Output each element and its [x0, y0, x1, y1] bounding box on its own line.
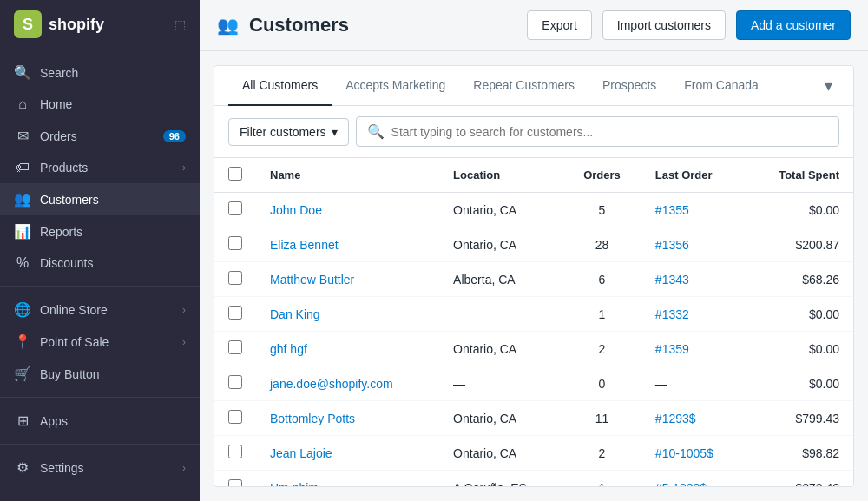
customer-name-link[interactable]: jane.doe@shopify.com — [270, 377, 393, 391]
tab-marketing[interactable]: Accepts Marketing — [332, 66, 459, 106]
customer-name-link[interactable]: Hm nhjm — [270, 481, 319, 488]
customer-location-cell: Ontario, CA — [439, 332, 562, 366]
customer-location-cell: Ontario, CA — [439, 401, 562, 436]
row-checkbox-2[interactable] — [228, 271, 242, 285]
row-checkbox-6[interactable] — [228, 410, 242, 424]
customer-last-order-cell: #1293$ — [641, 401, 746, 436]
filter-customers-button[interactable]: Filter customers ▾ — [228, 118, 349, 146]
customer-orders-cell: 0 — [562, 366, 641, 401]
customer-location-cell: Ontario, CA — [439, 193, 562, 227]
row-checkbox-7[interactable] — [228, 445, 242, 458]
row-checkbox-3[interactable] — [228, 306, 242, 320]
select-all-col — [214, 158, 256, 193]
sidebar-item-orders[interactable]: ✉Orders96 — [0, 120, 200, 152]
sidebar-item-buy-button[interactable]: 🛒Buy Button — [0, 358, 200, 390]
row-checkbox-cell — [214, 436, 256, 471]
customer-search-input[interactable] — [391, 125, 828, 139]
customer-name-link[interactable]: John Doe — [270, 203, 322, 217]
last-order-link[interactable]: #1356 — [655, 238, 689, 252]
home-icon: ⌂ — [14, 96, 31, 112]
import-customers-button[interactable]: Import customers — [602, 10, 726, 40]
customer-name-cell: jane.doe@shopify.com — [256, 366, 439, 401]
products-icon: 🏷 — [14, 160, 31, 175]
row-checkbox-0[interactable] — [228, 201, 242, 215]
sidebar-logo-text: shopify — [49, 16, 104, 34]
tab-all[interactable]: All Customers — [228, 66, 332, 106]
sidebar-item-apps[interactable]: ⊞Apps — [0, 405, 200, 437]
row-checkbox-5[interactable] — [228, 375, 242, 389]
tabs-more-button[interactable]: ▾ — [818, 68, 839, 104]
sidebar-item-products[interactable]: 🏷Products› — [0, 152, 200, 183]
sidebar-item-label-discounts: Discounts — [40, 256, 186, 270]
last-order-link[interactable]: #1359 — [655, 342, 689, 356]
last-order-link[interactable]: #1293$ — [655, 412, 696, 425]
sidebar-item-discounts[interactable]: %Discounts — [0, 247, 200, 279]
last-order-link[interactable]: #1343 — [655, 273, 689, 287]
online-store-icon: 🌐 — [14, 301, 31, 318]
customer-name-link[interactable]: ghf hgf — [270, 342, 307, 356]
sidebar-item-point-of-sale[interactable]: 📍Point of Sale› — [0, 326, 200, 358]
sidebar-logo: S shopify ⬚ — [0, 0, 200, 49]
customer-total-spent-cell: $0.00 — [746, 193, 853, 227]
last-order-link[interactable]: #10-1005$ — [655, 446, 713, 460]
sidebar-item-label-products: Products — [40, 161, 174, 175]
table-header: Name Location Orders Last Order Total Sp… — [214, 158, 853, 193]
customer-location-cell: — — [439, 366, 562, 401]
customer-name-link[interactable]: Dan King — [270, 307, 320, 321]
customer-name-link[interactable]: Matthew Buttler — [270, 273, 354, 287]
reports-icon: 📊 — [14, 223, 31, 240]
customer-name-cell: ghf hgf — [256, 332, 439, 366]
search-icon: 🔍 — [14, 64, 31, 81]
page-title: Customers — [249, 14, 516, 36]
table-row: Eliza BennetOntario, CA28#1356$200.87 — [214, 227, 853, 262]
sidebar-item-customers[interactable]: 👥Customers — [0, 183, 200, 215]
table-row: Bottomley PottsOntario, CA11#1293$$799.4… — [214, 401, 853, 436]
select-all-checkbox[interactable] — [228, 167, 242, 181]
last-order-link[interactable]: #5-1028$ — [655, 481, 707, 488]
customer-name-link[interactable]: Eliza Bennet — [270, 238, 339, 252]
customer-name-link[interactable]: Bottomley Potts — [270, 412, 355, 425]
row-checkbox-4[interactable] — [228, 340, 242, 354]
sidebar-item-settings[interactable]: ⚙Settings› — [0, 452, 200, 484]
sidebar-item-search[interactable]: 🔍Search — [0, 56, 200, 89]
customer-location-cell: Alberta, CA — [439, 262, 562, 297]
customer-location-cell: A Coruña, ES — [439, 471, 562, 488]
name-col-header: Name — [256, 158, 439, 193]
row-checkbox-cell — [214, 401, 256, 436]
customer-last-order-cell: #1356 — [641, 227, 746, 262]
customer-orders-cell: 28 — [562, 227, 641, 262]
last-order-col-header: Last Order — [641, 158, 746, 193]
row-checkbox-8[interactable] — [228, 479, 242, 487]
table-row: ghf hgfOntario, CA2#1359$0.00 — [214, 332, 853, 366]
sidebar-item-label-point-of-sale: Point of Sale — [40, 335, 174, 349]
last-order-link[interactable]: #1332 — [655, 307, 689, 321]
customer-name-link[interactable]: Jean Lajoie — [270, 446, 332, 460]
customers-card: All CustomersAccepts MarketingRepeat Cus… — [214, 65, 854, 487]
customer-name-cell: John Doe — [256, 193, 439, 227]
row-checkbox-cell — [214, 471, 256, 488]
customer-orders-cell: 2 — [562, 332, 641, 366]
apps-icon: ⊞ — [14, 412, 31, 429]
sidebar-item-label-apps: Apps — [40, 414, 186, 428]
last-order-link[interactable]: #1355 — [655, 203, 689, 217]
table-row: Matthew ButtlerAlberta, CA6#1343$68.26 — [214, 262, 853, 297]
sidebar-item-reports[interactable]: 📊Reports — [0, 215, 200, 247]
tab-prospects[interactable]: Prospects — [589, 66, 670, 106]
add-customer-button[interactable]: Add a customer — [736, 10, 851, 40]
point-of-sale-icon: 📍 — [14, 333, 31, 350]
tab-canada[interactable]: From Canada — [670, 66, 773, 106]
external-link-icon[interactable]: ⬚ — [174, 17, 186, 31]
customer-total-spent-cell: $272.40 — [746, 471, 853, 488]
sidebar-item-home[interactable]: ⌂Home — [0, 89, 200, 120]
sidebar-item-label-buy-button: Buy Button — [40, 367, 186, 381]
row-checkbox-1[interactable] — [228, 236, 242, 250]
buy-button-icon: 🛒 — [14, 366, 31, 382]
tab-repeat[interactable]: Repeat Customers — [459, 66, 589, 106]
filter-label: Filter customers — [240, 125, 326, 139]
customers-table: Name Location Orders Last Order Total Sp… — [214, 158, 853, 487]
sidebar-item-online-store[interactable]: 🌐Online Store› — [0, 293, 200, 326]
export-button[interactable]: Export — [527, 10, 591, 40]
row-checkbox-cell — [214, 262, 256, 297]
sidebar-item-label-orders: Orders — [40, 129, 155, 143]
customer-name-cell: Hm nhjm — [256, 471, 439, 488]
